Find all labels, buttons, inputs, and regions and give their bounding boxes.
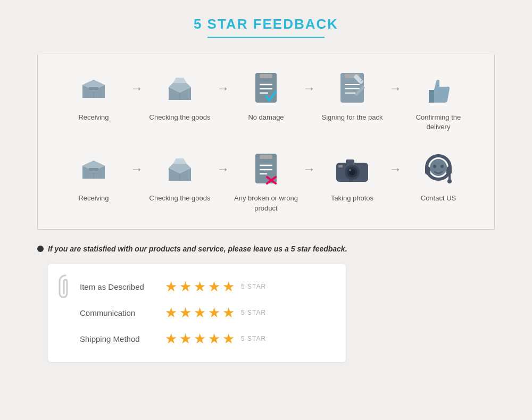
stars-shipping: ★ ★ ★ ★ ★ 5 STAR: [165, 331, 266, 347]
rating-label-shipping: Shipping Method: [80, 334, 165, 343]
star-1: ★: [165, 331, 177, 347]
flow-item-contact: Contact US: [404, 151, 473, 203]
clip-icon: [57, 274, 73, 300]
flow-item-confirming: Confirming the delivery: [404, 70, 473, 132]
flow-item-broken: Any broken or wrong product: [231, 151, 301, 213]
rating-label-communication: Communication: [80, 308, 165, 317]
flow-item-receiving-top: Receiving: [59, 70, 128, 122]
box-closed-icon: [75, 70, 112, 107]
star-3: ★: [194, 305, 206, 321]
bullet-icon: [37, 246, 44, 252]
flow-item-signing: Signing for the pack: [318, 70, 387, 122]
flow-item-checking-bottom: Checking the goods: [145, 151, 214, 203]
star-2: ★: [179, 331, 192, 347]
star-5: ★: [222, 279, 235, 295]
flow-label-signing: Signing for the pack: [322, 113, 383, 122]
svg-rect-45: [425, 166, 430, 175]
flow-item-no-damage: No damage: [231, 70, 301, 122]
svg-rect-42: [346, 159, 354, 164]
svg-point-50: [433, 165, 436, 168]
rating-row-shipping: Shipping Method ★ ★ ★ ★ ★ 5 STAR: [80, 331, 325, 347]
flow-item-checking-top: Checking the goods: [145, 70, 214, 122]
star-badge-described: 5 STAR: [241, 283, 266, 290]
svg-rect-31: [260, 155, 272, 159]
rating-row-communication: Communication ★ ★ ★ ★ ★ 5 STAR: [80, 305, 325, 321]
rating-label-described: Item as Described: [80, 282, 165, 291]
flow-label-receiving-top: Receiving: [78, 113, 109, 122]
star-3: ★: [194, 331, 206, 347]
arrow-1-bottom: →: [128, 162, 145, 177]
svg-rect-43: [338, 165, 343, 167]
headset-icon: [420, 151, 457, 188]
arrow-2-bottom: →: [214, 162, 231, 177]
box-open-icon: [161, 70, 198, 107]
flow-label-checking-top: Checking the goods: [149, 113, 211, 122]
feedback-note: If you are statisfied with our products …: [37, 245, 347, 253]
stars-communication: ★ ★ ★ ★ ★ 5 STAR: [165, 305, 266, 321]
checklist-x-icon: [247, 151, 285, 188]
svg-rect-25: [89, 168, 98, 171]
flow-label-no-damage: No damage: [248, 113, 284, 122]
flow-label-confirming: Confirming the delivery: [404, 113, 473, 132]
flow-label-contact: Contact US: [421, 194, 456, 203]
svg-point-51: [440, 165, 444, 168]
camera-icon: [334, 151, 371, 188]
box-open-icon-2: [161, 151, 198, 188]
title-underline: [207, 37, 325, 38]
flow-row-bottom: Receiving → Checking the goods →: [48, 151, 484, 213]
flow-item-receiving-bottom: Receiving: [59, 151, 128, 203]
arrow-1-top: →: [128, 81, 145, 96]
star-4: ★: [208, 279, 220, 295]
flow-label-checking-bottom: Checking the goods: [149, 194, 211, 203]
feedback-note-text: If you are statisfied with our products …: [48, 245, 347, 253]
star-3: ★: [194, 279, 206, 295]
star-badge-communication: 5 STAR: [241, 309, 266, 316]
rating-card: Item as Described ★ ★ ★ ★ ★ 5 STAR Commu…: [48, 264, 346, 362]
flow-card: Receiving → Checking the goods →: [37, 54, 495, 230]
star-4: ★: [208, 305, 220, 321]
star-1: ★: [165, 279, 177, 295]
svg-point-41: [349, 169, 351, 171]
box-closed-icon-2: [75, 151, 112, 188]
checklist-check-icon: [247, 70, 285, 107]
star-1: ★: [165, 305, 177, 321]
flow-row-top: Receiving → Checking the goods →: [48, 70, 484, 132]
arrow-2-top: →: [214, 81, 231, 96]
svg-rect-3: [89, 87, 98, 90]
page-title: 5 STAR FEEDBACK: [194, 16, 338, 32]
pencil-doc-icon: [334, 70, 371, 107]
star-2: ★: [179, 279, 192, 295]
star-4: ★: [208, 331, 220, 347]
star-badge-shipping: 5 STAR: [241, 335, 266, 342]
svg-point-48: [447, 179, 452, 183]
arrow-4-top: →: [387, 81, 404, 96]
arrow-3-bottom: →: [301, 162, 318, 177]
arrow-4-bottom: →: [387, 162, 404, 177]
flow-item-photos: Taking photos: [318, 151, 387, 203]
svg-rect-9: [260, 74, 272, 78]
rating-row-described: Item as Described ★ ★ ★ ★ ★ 5 STAR: [80, 279, 325, 295]
svg-marker-6: [173, 78, 187, 83]
stars-described: ★ ★ ★ ★ ★ 5 STAR: [165, 279, 266, 295]
feedback-section: If you are statisfied with our products …: [37, 245, 495, 362]
thumbs-up-icon: [420, 70, 457, 107]
svg-marker-28: [173, 158, 187, 164]
star-2: ★: [179, 305, 192, 321]
flow-label-receiving-bottom: Receiving: [78, 194, 109, 203]
arrow-3-top: →: [301, 81, 318, 96]
star-5: ★: [222, 331, 235, 347]
flow-label-photos: Taking photos: [331, 194, 373, 203]
flow-label-broken: Any broken or wrong product: [231, 194, 301, 213]
star-5: ★: [222, 305, 235, 321]
